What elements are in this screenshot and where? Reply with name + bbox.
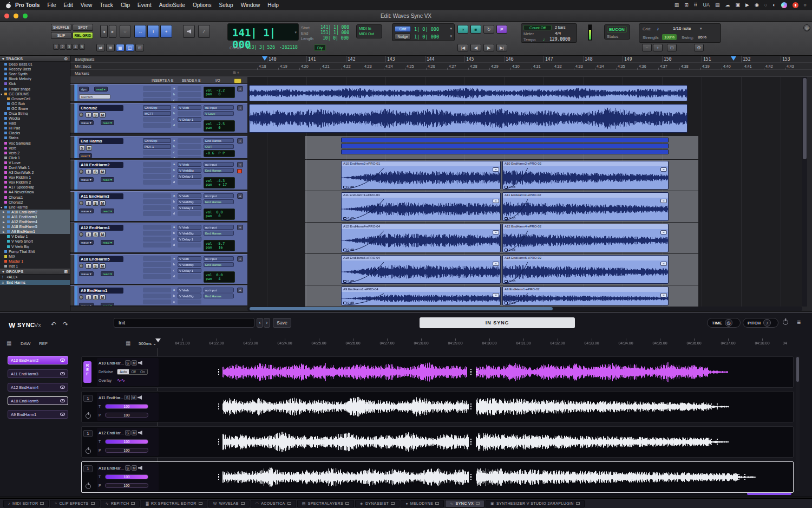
sidebar-track-a11-endharm3[interactable]: ▶A11 EndHarm3 [0, 214, 70, 219]
sidebar-track-a4-neverknew[interactable]: A4 NeverKnew [0, 190, 70, 194]
menu-clip[interactable]: Clip [117, 2, 134, 8]
insert-slot-empty[interactable] [143, 205, 171, 210]
insert-slot-empty[interactable] [143, 180, 171, 185]
sidebar-track-verb[interactable]: Verb [0, 146, 70, 151]
link-timeline-button[interactable]: ⇄ [96, 44, 105, 51]
automation-mode[interactable]: read ▾ [101, 240, 114, 245]
grid2-value[interactable]: 1/16 note [673, 26, 691, 31]
zoom-grid-icon[interactable]: ▦ [126, 340, 130, 346]
counter-dropdown-icon[interactable]: ▾ [294, 30, 297, 35]
tab-repitch[interactable]: ∿REPITCH [101, 500, 140, 507]
sidebar-track-vox-riddim-1[interactable]: Vox Riddim 1 [0, 175, 70, 180]
insert-slot[interactable]: MC77 [143, 111, 171, 116]
sidebar-track-v-love[interactable]: V Love [0, 160, 70, 165]
input-monitor-button[interactable]: I [86, 169, 91, 174]
mute-button[interactable]: M [100, 169, 106, 174]
clip-boundary-handle[interactable] [717, 403, 718, 410]
plugin-waveform[interactable] [217, 359, 792, 385]
mode-slip[interactable]: SLIP [51, 32, 71, 39]
sidebar-track-inst-1[interactable]: Inst 1 [0, 264, 70, 269]
input-monitor-button[interactable]: I [86, 295, 91, 300]
grid-note-icon[interactable]: ♪ [657, 26, 659, 31]
speaker-icon[interactable] [138, 466, 142, 470]
online-button[interactable]: ◑ [457, 25, 468, 34]
speaker-icon[interactable] [138, 431, 142, 435]
time-slider[interactable]: 100 [105, 404, 148, 409]
send-slot[interactable]: V Verb [178, 105, 201, 110]
folder-clip-summary[interactable] [341, 149, 669, 154]
zoom-preset-2[interactable]: 2 [60, 44, 66, 50]
track-grip[interactable] [70, 103, 74, 133]
clip-gain-value[interactable]: 0 dB [505, 217, 515, 220]
clip-gain-icon[interactable]: ≈ [493, 293, 499, 297]
clip-boundary-handle[interactable] [711, 403, 712, 410]
sidebar-track-gc-snare[interactable]: GC Snare [0, 106, 70, 111]
zoom-out-button[interactable]: − [642, 44, 652, 51]
input-monitor-button[interactable]: I [86, 200, 91, 206]
output-path[interactable]: End Harms [204, 231, 234, 236]
view-grid-icon[interactable]: ▦ [6, 340, 11, 346]
zoom-preset-3[interactable]: 3 [66, 44, 72, 50]
save-button[interactable]: Save [273, 318, 291, 328]
menu-edit[interactable]: Edit [60, 2, 77, 8]
trim-tool[interactable]: ↔ [134, 25, 146, 38]
accessibility-icon[interactable]: ▥ [675, 3, 679, 8]
insert-slot-empty[interactable] [143, 288, 171, 292]
tab-sync-vx[interactable]: ∿SYNC VX [445, 500, 484, 507]
send-slot[interactable]: V Delay 1 [178, 205, 201, 210]
insert-slot-empty[interactable] [143, 86, 171, 91]
mute-button[interactable]: M [100, 232, 106, 237]
plugin-waveform[interactable] [217, 394, 792, 420]
track-view-selector[interactable]: wave ▾ [79, 240, 94, 245]
settings-gear-button[interactable]: ⚙ [694, 44, 704, 51]
sidebar-track-click-1[interactable]: Click 1 [0, 155, 70, 160]
audio-clip[interactable]: A12 EndHarm4-ePRO-02≈0 dB [502, 224, 669, 252]
visibility-eye-icon[interactable] [60, 413, 65, 416]
record-arm-button[interactable] [79, 232, 83, 237]
volume-pan-display[interactable]: vol 0.0pan 4 [204, 271, 235, 283]
insert-slot-empty[interactable] [143, 274, 171, 279]
camera-icon[interactable]: ◉ [755, 3, 759, 8]
mute-button[interactable]: M [132, 465, 137, 471]
add-slot-button[interactable]: + [237, 138, 243, 144]
send-slot[interactable]: V Verb [178, 162, 201, 167]
insert-slot[interactable]: ChnlStrp [143, 138, 171, 143]
output-path[interactable]: OUT [204, 144, 234, 149]
mute-button[interactable]: M [131, 395, 136, 400]
tab-spectralayers[interactable]: ▤SPECTRALAYERS [297, 500, 354, 507]
delay-indicator[interactable]: Dly [314, 44, 326, 51]
mute-button[interactable]: M [132, 360, 137, 366]
clip-boundary-handle[interactable] [476, 403, 477, 410]
sidebar-track-hi-pad[interactable]: HI Pad [0, 126, 70, 131]
vertical-scrollbar[interactable] [802, 77, 807, 307]
plugin-lane-ref[interactable]: R E FA10 EndHar...SMDeNoiseAutoOffOnOver… [81, 356, 794, 388]
clip-boundary-handle[interactable] [476, 474, 477, 480]
scrollbar-thumb[interactable] [250, 307, 553, 310]
mode-rel-grid[interactable]: REL GRID [73, 32, 93, 39]
plugin-track-chip-a10-endharm2[interactable]: A10 EndHarm2 [8, 356, 68, 364]
link-track-button[interactable]: ≣ [106, 44, 115, 51]
menu-hamburger-icon[interactable]: ≡ [797, 318, 801, 326]
clip-boundary-handle[interactable] [470, 474, 472, 480]
insert-slot-empty[interactable] [143, 268, 171, 273]
output-path[interactable]: V Love [204, 111, 234, 116]
record-arm-button[interactable] [79, 295, 83, 299]
stop-button[interactable]: ■ [470, 25, 481, 34]
audio-clip[interactable]: A10 EndHarm2-ePRO-02≈0 dB [502, 161, 669, 190]
insert-slot-empty[interactable] [143, 117, 171, 122]
return-to-zero-button[interactable]: |◀ [457, 44, 468, 51]
send-slot[interactable]: V Delay 1 [178, 268, 201, 273]
track-number[interactable]: 1 [83, 465, 93, 472]
audio-clip[interactable] [249, 85, 687, 101]
power-icon[interactable] [86, 413, 91, 419]
sidebar-track-v-verb-big[interactable]: V Verb Big [0, 244, 70, 249]
solo-button[interactable]: S [79, 145, 85, 151]
plugin-waveform[interactable] [217, 464, 792, 490]
sidebar-track-block-melody[interactable]: Block Melody [0, 76, 70, 81]
folder-meter-display[interactable]: -0.6 P P [204, 150, 235, 157]
pitch-toggle[interactable]: PITCH♪ [743, 318, 778, 328]
automation-mode[interactable]: read ▾ [101, 120, 114, 125]
track-name[interactable]: A9 EndHarm1 [79, 288, 123, 294]
track-header-a11[interactable]: A11 EndHarm3ISMwave ▾read ▾aV VerbbV Ver… [70, 191, 247, 222]
meter-value[interactable]: 4/4 [555, 31, 561, 36]
